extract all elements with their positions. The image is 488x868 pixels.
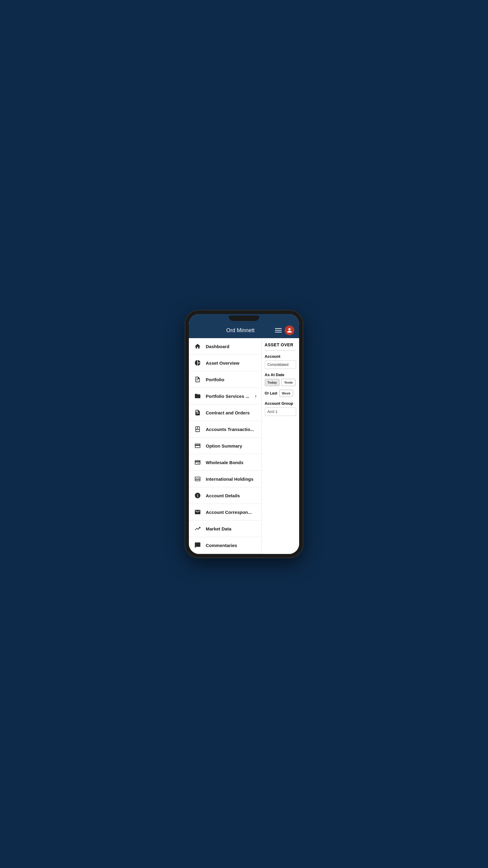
sidebar-item-account-details[interactable]: Account Details [189, 487, 261, 504]
card2-icon [194, 458, 201, 466]
document-lines-icon [194, 409, 201, 416]
sidebar-label-portfolio-services: Portfolio Services ... [206, 394, 251, 399]
right-panel: ASSET OVER Account Consolidated As At Da… [262, 338, 299, 554]
account-group-value: Acct 1 [265, 407, 296, 416]
menu-button[interactable] [275, 328, 282, 333]
folder-icon [194, 392, 201, 400]
card3-icon [194, 475, 201, 483]
app-header: Ord Minnett [189, 322, 299, 338]
chat-icon [194, 541, 201, 549]
account-group-label: Account Group [265, 401, 296, 406]
sidebar-label-commentaries: Commentaries [206, 543, 257, 548]
yesterday-button[interactable]: Yeste [281, 379, 295, 386]
account-label: Account [265, 354, 296, 359]
sidebar: Dashboard Asset Overview Portfolio [189, 338, 262, 554]
main-content: Dashboard Asset Overview Portfolio [189, 338, 299, 554]
user-avatar[interactable] [285, 326, 294, 335]
sidebar-label-option-summary: Option Summary [206, 443, 257, 448]
hamburger-line [275, 332, 282, 333]
week-button[interactable]: Week [279, 390, 293, 397]
user-icon [287, 328, 292, 333]
sidebar-item-portfolio-services[interactable]: Portfolio Services ... › [189, 388, 261, 404]
card-icon [194, 442, 201, 450]
document-icon [194, 375, 201, 383]
account-value: Consolidated [265, 361, 296, 369]
sidebar-label-international-holdings: International Holdings [206, 476, 257, 482]
arrow-icon: › [255, 393, 256, 399]
sidebar-label-account-correspondence: Account Correspon... [206, 510, 257, 515]
sidebar-item-commentaries[interactable]: Commentaries [189, 537, 261, 554]
sidebar-label-accounts-transactions: Accounts Transactio... [206, 427, 257, 432]
phone-screen: Ord Minnett [189, 314, 299, 554]
home-icon [194, 342, 201, 350]
sidebar-label-contract-orders: Contract and Orders [206, 410, 257, 415]
or-last-label: Or Last [265, 391, 278, 396]
sidebar-item-international-holdings[interactable]: International Holdings [189, 471, 261, 487]
sidebar-label-account-details: Account Details [206, 493, 257, 498]
sidebar-label-dashboard: Dashboard [206, 344, 257, 349]
panel-divider [265, 350, 296, 350]
as-at-date-label: As At Date [265, 373, 296, 377]
notch [229, 315, 259, 321]
today-button[interactable]: Today [265, 379, 280, 386]
sidebar-item-account-correspondence[interactable]: Account Correspon... [189, 504, 261, 521]
sidebar-item-portfolio[interactable]: Portfolio [189, 371, 261, 388]
sidebar-item-wholesale-bonds[interactable]: Wholesale Bonds [189, 454, 261, 471]
panel-title: ASSET OVER [265, 342, 296, 347]
hamburger-line [275, 328, 282, 329]
pie-chart-icon [194, 359, 201, 367]
or-last-row: Or Last Week [265, 390, 296, 397]
book-icon [194, 425, 201, 433]
info-circle-icon [194, 492, 201, 499]
sidebar-item-contract-orders[interactable]: Contract and Orders [189, 404, 261, 421]
trending-up-icon [194, 525, 201, 532]
sidebar-item-market-data[interactable]: Market Data [189, 521, 261, 537]
phone-frame: Ord Minnett [185, 310, 303, 558]
sidebar-label-market-data: Market Data [206, 526, 257, 531]
hamburger-line [275, 330, 282, 331]
sidebar-item-option-summary[interactable]: Option Summary [189, 438, 261, 454]
app-title: Ord Minnett [206, 327, 275, 334]
status-bar [189, 314, 299, 322]
sidebar-item-accounts-transactions[interactable]: Accounts Transactio... [189, 421, 261, 438]
sidebar-label-portfolio: Portfolio [206, 377, 257, 382]
sidebar-label-wholesale-bonds: Wholesale Bonds [206, 460, 257, 465]
sidebar-label-asset-overview: Asset Overview [206, 361, 257, 366]
date-buttons: Today Yeste [265, 379, 296, 386]
envelope-icon [194, 508, 201, 516]
sidebar-item-asset-overview[interactable]: Asset Overview [189, 355, 261, 371]
sidebar-item-dashboard[interactable]: Dashboard [189, 338, 261, 355]
